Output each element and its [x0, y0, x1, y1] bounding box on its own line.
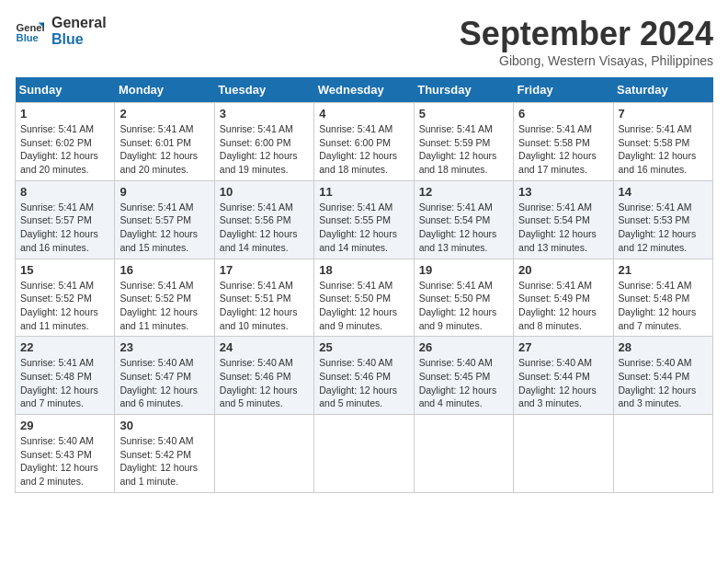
day-number: 14 — [619, 185, 708, 199]
calendar-cell: 29 Sunrise: 5:40 AMSunset: 5:43 PMDaylig… — [16, 415, 115, 493]
day-number: 11 — [319, 185, 408, 199]
logo: General Blue General Blue — [15, 15, 107, 48]
calendar-cell: 27 Sunrise: 5:40 AMSunset: 5:44 PMDaylig… — [514, 337, 613, 415]
calendar-cell: 23 Sunrise: 5:40 AMSunset: 5:47 PMDaylig… — [115, 337, 214, 415]
calendar-week-4: 29 Sunrise: 5:40 AMSunset: 5:43 PMDaylig… — [16, 415, 713, 493]
day-number: 13 — [518, 185, 608, 199]
calendar-cell: 19 Sunrise: 5:41 AMSunset: 5:50 PMDaylig… — [414, 259, 513, 337]
cell-content: Sunrise: 5:41 AMSunset: 5:51 PMDaylight:… — [220, 280, 298, 331]
cell-content: Sunrise: 5:41 AMSunset: 6:00 PMDaylight:… — [319, 123, 397, 175]
calendar-cell: 22 Sunrise: 5:41 AMSunset: 5:48 PMDaylig… — [16, 337, 115, 415]
title-section: September 2024 Gibong, Western Visayas, … — [460, 15, 713, 68]
cell-content: Sunrise: 5:41 AMSunset: 5:59 PMDaylight:… — [419, 123, 497, 175]
calendar-cell: 7 Sunrise: 5:41 AMSunset: 5:58 PMDayligh… — [613, 103, 712, 181]
calendar-cell: 18 Sunrise: 5:41 AMSunset: 5:50 PMDaylig… — [314, 259, 414, 337]
cell-content: Sunrise: 5:41 AMSunset: 5:54 PMDaylight:… — [419, 201, 497, 253]
cell-content: Sunrise: 5:40 AMSunset: 5:47 PMDaylight:… — [119, 357, 198, 408]
calendar-cell — [514, 415, 613, 493]
day-number: 6 — [518, 107, 608, 121]
cell-content: Sunrise: 5:41 AMSunset: 5:53 PMDaylight:… — [619, 201, 697, 253]
logo-text-block: General Blue — [51, 15, 107, 48]
day-number: 20 — [518, 263, 608, 277]
calendar-cell: 24 Sunrise: 5:40 AMSunset: 5:46 PMDaylig… — [214, 337, 313, 415]
weekday-header-saturday: Saturday — [613, 77, 712, 103]
day-number: 21 — [619, 263, 708, 277]
cell-content: Sunrise: 5:41 AMSunset: 5:49 PMDaylight:… — [518, 280, 597, 331]
svg-text:Blue: Blue — [17, 32, 39, 43]
day-number: 19 — [419, 263, 508, 277]
day-number: 12 — [419, 185, 508, 199]
calendar-cell — [314, 415, 414, 493]
calendar-week-1: 8 Sunrise: 5:41 AMSunset: 5:57 PMDayligh… — [16, 180, 713, 259]
calendar-cell: 17 Sunrise: 5:41 AMSunset: 5:51 PMDaylig… — [214, 259, 313, 337]
day-number: 30 — [119, 419, 209, 432]
calendar-cell — [414, 415, 513, 493]
calendar-body: 1 Sunrise: 5:41 AMSunset: 6:02 PMDayligh… — [16, 103, 713, 493]
calendar-cell: 13 Sunrise: 5:41 AMSunset: 5:54 PMDaylig… — [514, 180, 613, 259]
cell-content: Sunrise: 5:40 AMSunset: 5:42 PMDaylight:… — [119, 435, 198, 487]
cell-content: Sunrise: 5:40 AMSunset: 5:46 PMDaylight:… — [220, 357, 298, 408]
calendar-cell: 9 Sunrise: 5:41 AMSunset: 5:57 PMDayligh… — [115, 180, 214, 259]
calendar-cell: 21 Sunrise: 5:41 AMSunset: 5:48 PMDaylig… — [613, 259, 712, 337]
cell-content: Sunrise: 5:40 AMSunset: 5:45 PMDaylight:… — [419, 357, 497, 408]
day-number: 25 — [319, 340, 408, 354]
logo-icon: General Blue — [15, 17, 44, 46]
day-number: 5 — [419, 107, 508, 121]
day-number: 22 — [20, 340, 109, 354]
weekday-header-sunday: Sunday — [16, 77, 115, 103]
calendar-cell: 2 Sunrise: 5:41 AMSunset: 6:01 PMDayligh… — [115, 103, 214, 181]
day-number: 4 — [319, 107, 408, 121]
cell-content: Sunrise: 5:41 AMSunset: 5:56 PMDaylight:… — [220, 201, 298, 253]
calendar-week-3: 22 Sunrise: 5:41 AMSunset: 5:48 PMDaylig… — [16, 337, 713, 415]
cell-content: Sunrise: 5:41 AMSunset: 5:48 PMDaylight:… — [619, 280, 697, 331]
calendar-cell: 25 Sunrise: 5:40 AMSunset: 5:46 PMDaylig… — [314, 337, 414, 415]
day-number: 28 — [619, 340, 708, 354]
weekday-header-wednesday: Wednesday — [314, 77, 414, 103]
calendar-table: SundayMondayTuesdayWednesdayThursdayFrid… — [15, 77, 713, 493]
cell-content: Sunrise: 5:41 AMSunset: 6:00 PMDaylight:… — [220, 123, 298, 175]
day-number: 26 — [419, 340, 508, 354]
cell-content: Sunrise: 5:41 AMSunset: 5:54 PMDaylight:… — [518, 201, 597, 253]
calendar-cell: 26 Sunrise: 5:40 AMSunset: 5:45 PMDaylig… — [414, 337, 513, 415]
cell-content: Sunrise: 5:41 AMSunset: 5:55 PMDaylight:… — [319, 201, 397, 253]
cell-content: Sunrise: 5:41 AMSunset: 5:58 PMDaylight:… — [619, 123, 697, 175]
calendar-cell: 12 Sunrise: 5:41 AMSunset: 5:54 PMDaylig… — [414, 180, 513, 259]
cell-content: Sunrise: 5:41 AMSunset: 6:01 PMDaylight:… — [119, 123, 198, 175]
cell-content: Sunrise: 5:41 AMSunset: 5:57 PMDaylight:… — [20, 201, 98, 253]
calendar-week-2: 15 Sunrise: 5:41 AMSunset: 5:52 PMDaylig… — [16, 259, 713, 337]
cell-content: Sunrise: 5:41 AMSunset: 5:48 PMDaylight:… — [20, 357, 98, 408]
calendar-cell: 16 Sunrise: 5:41 AMSunset: 5:52 PMDaylig… — [115, 259, 214, 337]
day-number: 17 — [220, 263, 309, 277]
day-number: 18 — [319, 263, 408, 277]
cell-content: Sunrise: 5:40 AMSunset: 5:43 PMDaylight:… — [20, 435, 98, 487]
calendar-cell: 20 Sunrise: 5:41 AMSunset: 5:49 PMDaylig… — [514, 259, 613, 337]
month-title: September 2024 — [460, 15, 713, 53]
calendar-cell — [613, 415, 712, 493]
calendar-header: SundayMondayTuesdayWednesdayThursdayFrid… — [16, 77, 713, 103]
cell-content: Sunrise: 5:41 AMSunset: 5:50 PMDaylight:… — [319, 280, 397, 331]
day-number: 16 — [119, 263, 209, 277]
calendar-cell — [214, 415, 313, 493]
day-number: 10 — [220, 185, 309, 199]
cell-content: Sunrise: 5:41 AMSunset: 5:52 PMDaylight:… — [20, 280, 98, 331]
day-number: 27 — [518, 340, 608, 354]
cell-content: Sunrise: 5:41 AMSunset: 5:52 PMDaylight:… — [119, 280, 198, 331]
calendar-cell: 6 Sunrise: 5:41 AMSunset: 5:58 PMDayligh… — [514, 103, 613, 181]
cell-content: Sunrise: 5:40 AMSunset: 5:44 PMDaylight:… — [518, 357, 597, 408]
day-number: 29 — [20, 419, 109, 432]
day-number: 9 — [119, 185, 209, 199]
page-header: General Blue General Blue September 2024… — [15, 15, 713, 68]
calendar-cell: 11 Sunrise: 5:41 AMSunset: 5:55 PMDaylig… — [314, 180, 414, 259]
day-number: 2 — [119, 107, 209, 121]
cell-content: Sunrise: 5:41 AMSunset: 5:57 PMDaylight:… — [119, 201, 198, 253]
cell-content: Sunrise: 5:40 AMSunset: 5:46 PMDaylight:… — [319, 357, 397, 408]
logo-blue: Blue — [51, 31, 107, 48]
calendar-cell: 15 Sunrise: 5:41 AMSunset: 5:52 PMDaylig… — [16, 259, 115, 337]
day-number: 7 — [619, 107, 708, 121]
calendar-week-0: 1 Sunrise: 5:41 AMSunset: 6:02 PMDayligh… — [16, 103, 713, 181]
calendar-cell: 30 Sunrise: 5:40 AMSunset: 5:42 PMDaylig… — [115, 415, 214, 493]
calendar-cell: 28 Sunrise: 5:40 AMSunset: 5:44 PMDaylig… — [613, 337, 712, 415]
calendar-cell: 5 Sunrise: 5:41 AMSunset: 5:59 PMDayligh… — [414, 103, 513, 181]
day-number: 3 — [220, 107, 309, 121]
cell-content: Sunrise: 5:41 AMSunset: 5:58 PMDaylight:… — [518, 123, 597, 175]
